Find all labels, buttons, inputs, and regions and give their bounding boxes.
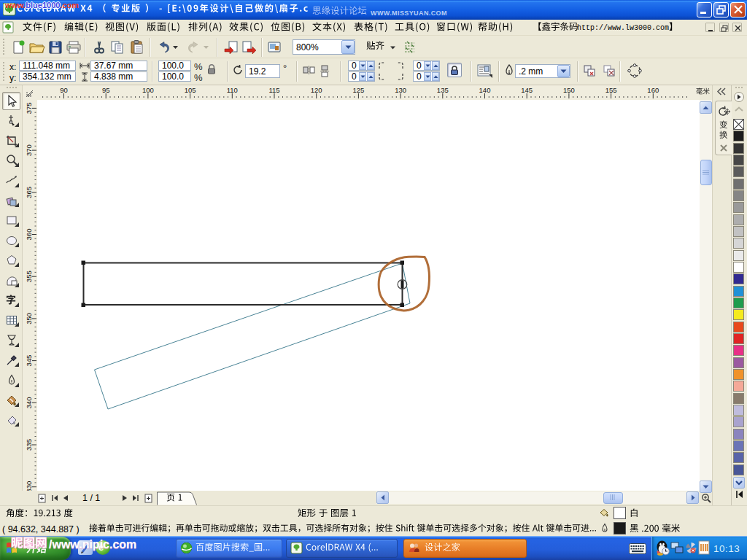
svg-text:90: 90 — [60, 86, 68, 94]
svg-text:100: 100 — [142, 86, 154, 94]
svg-text:345: 345 — [25, 355, 33, 367]
svg-text:335: 335 — [25, 439, 33, 451]
svg-text:330: 330 — [25, 481, 33, 491]
svg-text:140: 140 — [479, 86, 491, 94]
svg-text:340: 340 — [25, 397, 33, 408]
svg-text:135: 135 — [437, 86, 449, 94]
svg-text:365: 365 — [25, 187, 33, 198]
svg-text:350: 350 — [25, 313, 33, 324]
svg-text:130: 130 — [395, 86, 406, 94]
svg-text:125: 125 — [352, 86, 364, 94]
svg-text:145: 145 — [521, 86, 533, 94]
svg-text:370: 370 — [25, 144, 33, 156]
svg-text:375: 375 — [25, 102, 33, 114]
svg-text:120: 120 — [311, 86, 322, 94]
svg-text:150: 150 — [563, 86, 575, 94]
svg-text:115: 115 — [268, 86, 279, 94]
svg-text:155: 155 — [605, 86, 617, 94]
svg-text:355: 355 — [25, 271, 33, 282]
svg-text:360: 360 — [25, 229, 33, 241]
svg-text:105: 105 — [185, 86, 196, 94]
svg-text:110: 110 — [227, 86, 238, 94]
svg-text:160: 160 — [647, 86, 659, 94]
svg-text:95: 95 — [102, 86, 110, 94]
